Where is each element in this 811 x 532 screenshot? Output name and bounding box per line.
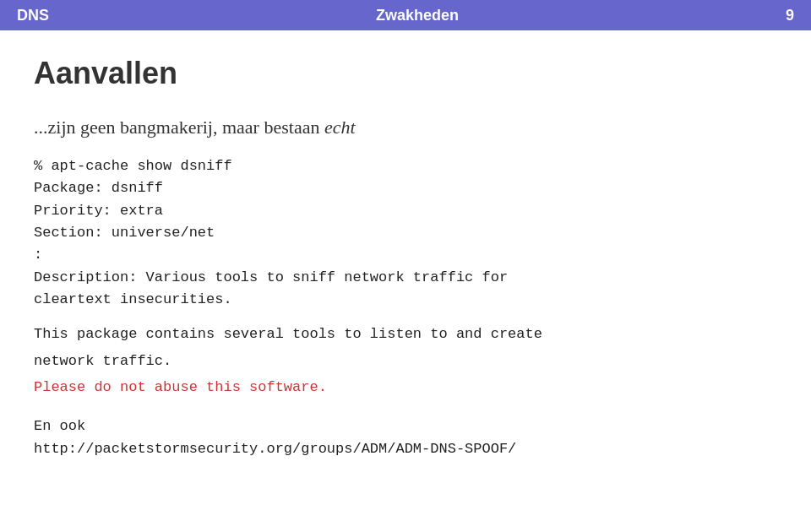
code-line-4: Section: universe/net xyxy=(34,222,777,244)
en-ook-text: En ook xyxy=(34,415,777,437)
header-left: DNS xyxy=(17,7,49,24)
code-line-7: cleartext insecurities. xyxy=(34,289,777,311)
page-title: Aanvallen xyxy=(34,56,777,91)
header-center: Zwakheden xyxy=(376,7,459,24)
header-right: 9 xyxy=(786,7,794,24)
highlight-text: Please do not abuse this software. xyxy=(34,377,777,399)
code-line-3: Priority: extra xyxy=(34,200,777,222)
code-line-6: Description: Various tools to sniff netw… xyxy=(34,267,777,289)
en-ook-label: En ook http://packetstormsecurity.org/gr… xyxy=(34,415,777,460)
main-content: Aanvallen ...zijn geen bangmakerij, maar… xyxy=(0,30,811,477)
subtitle-text: ...zijn geen bangmakerij, maar bestaan xyxy=(34,117,324,138)
paragraph-1: This package contains several tools to l… xyxy=(34,323,777,345)
code-line-5: : xyxy=(34,244,777,266)
subtitle: ...zijn geen bangmakerij, maar bestaan e… xyxy=(34,117,777,138)
url-line: http://packetstormsecurity.org/groups/AD… xyxy=(34,438,777,460)
paragraph-2: network traffic. xyxy=(34,350,777,372)
header: DNS Zwakheden 9 xyxy=(0,0,811,30)
code-block: % apt-cache show dsniff Package: dsniff … xyxy=(34,155,777,311)
subtitle-italic: echt xyxy=(324,117,356,138)
code-line-2: Package: dsniff xyxy=(34,177,777,199)
code-line-1: % apt-cache show dsniff xyxy=(34,155,777,177)
